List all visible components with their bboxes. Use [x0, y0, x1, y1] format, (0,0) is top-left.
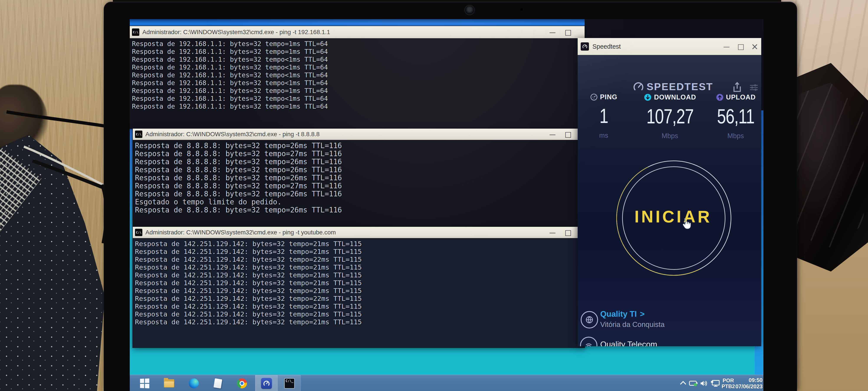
console-line: Resposta de 142.251.129.142: bytes=32 te…: [135, 263, 585, 271]
wifi-icon: [580, 337, 597, 346]
console-line: Resposta de 192.168.1.1: bytes=32 tempo=…: [132, 87, 585, 95]
ping-stat: PING 1 ms: [578, 93, 630, 139]
chevron-right-icon: >: [640, 310, 645, 318]
console-line: Resposta de 142.251.129.142: bytes=32 te…: [135, 302, 585, 310]
microphone-hole: [520, 8, 523, 11]
cmd1-title: Administrador: C:\WINDOWS\system32\cmd.e…: [142, 29, 330, 36]
maximize-button[interactable]: □: [561, 129, 575, 140]
upload-unit: Mbps: [727, 132, 744, 140]
taskbar-cmd-active[interactable]: C:\_: [278, 375, 301, 391]
console-line: Resposta de 192.168.1.1: bytes=32 tempo<…: [132, 79, 585, 87]
tray-clock[interactable]: 09:50 07/06/2023: [731, 375, 763, 391]
console-line: Resposta de 142.251.129.142: bytes=32 te…: [135, 271, 585, 279]
taskbar-speedtest-active[interactable]: [255, 375, 278, 391]
cmd3-console-output: Resposta de 142.251.129.142: bytes=32 te…: [133, 238, 585, 347]
provider-link[interactable]: Quality TI >: [600, 310, 645, 319]
console-line: Resposta de 142.251.129.142: bytes=32 te…: [135, 287, 585, 295]
speedtest-body: SPEEDTEST: [578, 55, 761, 346]
tray-volume-icon[interactable]: [699, 375, 709, 391]
maximize-button[interactable]: □: [561, 26, 575, 38]
provider-name[interactable]: Quality TI: [600, 310, 637, 318]
console-line: Resposta de 192.168.1.1: bytes=32 tempo=…: [132, 103, 585, 110]
cmd1-console-output: Resposta de 192.168.1.1: bytes=32 tempo=…: [130, 38, 585, 129]
taskbar-document-app[interactable]: [207, 375, 229, 391]
download-stat: DOWNLOAD 107,27 Mbps: [630, 93, 710, 140]
ping-label: PING: [600, 93, 617, 101]
cmd-taskbar-icon: C:\_: [284, 378, 295, 389]
minimize-button[interactable]: —: [720, 38, 734, 55]
chrome-icon: [237, 379, 247, 388]
clock-date: 07/06/2023: [736, 383, 763, 390]
console-line: Resposta de 192.168.1.1: bytes=32 tempo<…: [132, 56, 585, 63]
maximize-button[interactable]: □: [734, 38, 748, 55]
cmd-window-ping-router: C:\ Administrador: C:\WINDOWS\system32\c…: [130, 26, 585, 129]
start-button[interactable]: [133, 375, 156, 391]
console-line: Resposta de 142.251.129.142: bytes=32 te…: [135, 279, 585, 287]
hand-cursor: [680, 218, 693, 231]
console-line: Esgotado o tempo limite do pedido.: [135, 198, 585, 206]
leather-bag-sheen: [790, 83, 864, 248]
edge-icon: [189, 379, 199, 388]
taskbar-edge[interactable]: [183, 375, 205, 391]
cmd-icon: C:\: [135, 229, 142, 236]
cmd1-titlebar[interactable]: C:\ Administrador: C:\WINDOWS\system32\c…: [130, 26, 585, 38]
console-line: Resposta de 8.8.8.8: bytes=32 tempo=27ms…: [135, 182, 585, 190]
speedtest-app-icon: [581, 43, 589, 51]
download-icon: [644, 93, 652, 102]
console-line: Resposta de 192.168.1.1: bytes=32 tempo<…: [132, 63, 585, 71]
cmd2-console-output: Resposta de 8.8.8.8: bytes=32 tempo=26ms…: [133, 140, 585, 226]
laptop-screen: C:\ Administrador: C:\WINDOWS\system32\c…: [130, 19, 764, 391]
speedtest-window: Speedtest — □ × SPEEDTEST: [578, 38, 761, 346]
gauge-icon: [633, 81, 644, 92]
console-line: Resposta de 8.8.8.8: bytes=32 tempo=26ms…: [135, 142, 585, 150]
cmd2-title: Administrador: C:\WINDOWS\system32\cmd.e…: [145, 131, 320, 138]
upload-stat: UPLOAD 56,11 Mbps: [710, 93, 761, 140]
console-line: Resposta de 142.251.129.142: bytes=32 te…: [135, 240, 585, 248]
close-button[interactable]: ×: [748, 38, 762, 55]
download-label: DOWNLOAD: [654, 93, 696, 101]
minimize-button[interactable]: —: [546, 227, 559, 238]
download-unit: Mbps: [662, 132, 678, 140]
tray-network-icon[interactable]: [710, 375, 721, 391]
server-name: Quality Telecom: [600, 340, 657, 346]
speedtest-titlebar[interactable]: Speedtest — □ ×: [578, 38, 761, 55]
maximize-button[interactable]: □: [561, 227, 575, 238]
minimize-button[interactable]: —: [546, 26, 559, 38]
console-line: Resposta de 142.251.129.142: bytes=32 te…: [135, 310, 585, 318]
console-line: Resposta de 192.168.1.1: bytes=32 tempo<…: [132, 71, 585, 79]
cmd-window-ping-youtube: C:\ Administrador: C:\WINDOWS\system32\c…: [133, 227, 585, 347]
share-results-icon[interactable]: [732, 81, 742, 93]
speedtest-logo-text: SPEEDTEST: [647, 81, 713, 92]
upload-label: UPLOAD: [726, 93, 756, 101]
upload-icon: [716, 93, 724, 102]
windows-logo-icon: [140, 379, 149, 388]
settings-sliders-icon[interactable]: [749, 83, 758, 92]
cmd-icon: C:\: [132, 28, 139, 36]
cmd-window-ping-dns: C:\ Administrador: C:\WINDOWS\system32\c…: [133, 129, 585, 226]
taskbar-chrome[interactable]: [231, 375, 253, 391]
cmd2-titlebar[interactable]: C:\ Administrador: C:\WINDOWS\system32\c…: [133, 129, 585, 140]
console-line: Resposta de 8.8.8.8: bytes=32 tempo=26ms…: [135, 166, 585, 174]
tray-battery-icon[interactable]: [688, 375, 699, 391]
taskbar-file-explorer[interactable]: [158, 375, 180, 391]
console-line: Resposta de 8.8.8.8: bytes=32 tempo=27ms…: [135, 150, 585, 158]
cmd-icon: C:\: [135, 131, 142, 138]
webcam: [464, 5, 475, 15]
upload-value: 56,11: [717, 105, 754, 128]
console-line: Resposta de 142.251.129.142: bytes=32 te…: [135, 255, 585, 263]
cmd3-titlebar[interactable]: C:\ Administrador: C:\WINDOWS\system32\c…: [133, 227, 585, 238]
console-line: Resposta de 192.168.1.1: bytes=32 tempo=…: [132, 40, 585, 48]
minimize-button[interactable]: —: [546, 129, 559, 140]
start-button-label: INICIAR: [616, 207, 730, 226]
ping-unit: ms: [599, 132, 608, 139]
tray-show-hidden-icons[interactable]: [678, 375, 688, 391]
console-line: Resposta de 8.8.8.8: bytes=32 tempo=26ms…: [135, 174, 585, 182]
speedtest-window-title: Speedtest: [592, 43, 621, 50]
taskbar: C:\_: [130, 375, 764, 391]
globe-icon: [581, 311, 598, 329]
console-line: Resposta de 8.8.8.8: bytes=32 tempo=26ms…: [135, 158, 585, 166]
console-line: Resposta de 8.8.8.8: bytes=32 tempo=26ms…: [135, 190, 585, 198]
provider-city: Vitória da Conquista: [600, 320, 665, 329]
photo-of-laptop: C:\ Administrador: C:\WINDOWS\system32\c…: [0, 0, 868, 391]
console-line: Resposta de 192.168.1.1: bytes=32 tempo=…: [132, 48, 585, 56]
